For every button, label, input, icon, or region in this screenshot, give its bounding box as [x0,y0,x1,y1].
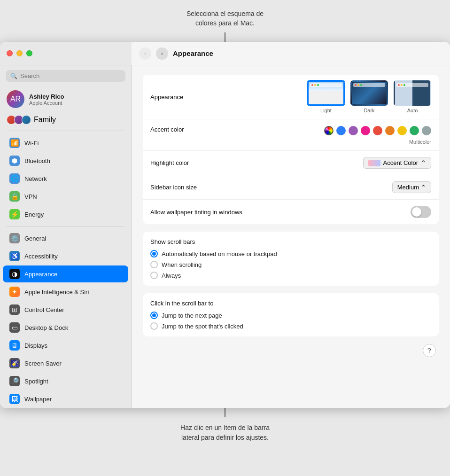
content-area: Appearance Light [132,65,450,408]
appearance-option-auto[interactable]: Auto [394,80,431,113]
sidebar-item-energy[interactable]: ⚡ Energy [3,206,128,223]
scroll-option-always-label: Always [162,272,181,279]
scroll-radio-scrolling[interactable] [150,261,158,268]
thumb-dot-yellow-dark [357,84,359,86]
control-center-icon: ⊞ [9,304,20,315]
accent-multicolor-col [324,126,334,135]
accent-gray-dot[interactable] [422,126,431,135]
accent-pink-dot[interactable] [361,126,370,135]
scroll-bars-section: Show scroll bars Automatically based on … [143,232,439,286]
highlight-color-label: Highlight color [150,159,225,166]
window-titlebar [0,42,132,65]
maximize-button[interactable] [26,50,32,56]
accent-sublabel: Multicolor [409,139,431,145]
scroll-bars-title: Show scroll bars [150,238,431,245]
click-option-spot-clicked[interactable]: Jump to the spot that's clicked [150,322,431,330]
scroll-radio-always[interactable] [150,272,158,279]
sidebar-item-vpn[interactable]: 🔒 VPN [3,188,128,205]
accessibility-icon: ♿ [9,251,20,261]
dark-label: Dark [364,108,374,113]
appearance-icon: ◑ [9,269,20,279]
highlight-color-value: Accent Color [383,159,418,166]
accent-orange-dot[interactable] [385,126,395,135]
light-mode-thumb [307,80,345,106]
back-button[interactable]: ‹ [139,47,151,60]
sidebar-item-label-displays: Displays [24,342,47,349]
accent-color-label: Accent color [150,126,225,133]
annotation-bottom: Haz clic en un ítem de la barra lateral … [180,423,270,443]
sidebar-item-label-dock: Desktop & Dock [24,324,68,331]
accent-green-dot[interactable] [410,126,419,135]
help-button[interactable]: ? [423,344,436,357]
sidebar-item-displays[interactable]: 🖥 Displays [3,337,128,354]
accent-colors [324,126,431,135]
close-button[interactable] [7,50,13,56]
accent-purple-dot[interactable] [349,126,358,135]
scroll-option-scrolling-label: When scrolling [162,261,202,268]
click-radio-next-page[interactable] [150,312,158,319]
appearance-row: Appearance Light [143,75,439,119]
sidebar-item-accessibility[interactable]: ♿ Accessibility [3,248,128,265]
displays-icon: 🖥 [9,340,20,351]
scroll-option-scrolling[interactable]: When scrolling [150,261,431,268]
light-label: Light [320,108,332,113]
sidebar-item-family[interactable]: Family [0,112,131,128]
search-box[interactable]: 🔍 [6,70,125,82]
sidebar-item-wallpaper[interactable]: 🖼 Wallpaper [3,390,128,407]
sidebar-item-dock[interactable]: ▭ Desktop & Dock [3,319,128,336]
click-option-next-page[interactable]: Jump to the next page [150,312,431,319]
sidebar-item-screensaver[interactable]: 🌠 Screen Saver [3,355,128,372]
sidebar-divider-1 [7,131,124,131]
sidebar-item-controlcenter[interactable]: ⊞ Control Center [3,301,128,318]
click-radio-spot-clicked[interactable] [150,322,158,330]
user-profile[interactable]: AR Ashley Rico Apple Account [0,86,131,112]
dark-mode-thumb [350,80,388,106]
family-label: Family [34,116,56,124]
annotation-top: Selecciona el esquema de colores para el… [186,9,264,28]
appearance-option-light[interactable]: Light [307,80,345,113]
auto-mode-thumb [394,80,431,106]
sidebar-item-appearance[interactable]: ◑ Appearance [3,265,128,282]
family-avatars [7,115,29,125]
appearance-options: Light Dark [225,80,431,113]
sidebar-item-label-vpn: VPN [24,193,37,200]
sidebar-item-network[interactable]: 🌐 Network [3,170,128,187]
network-icon: 🌐 [9,173,20,184]
general-icon: ⚙️ [9,233,20,243]
family-avatar-3 [22,115,31,125]
search-input[interactable] [20,72,121,79]
accent-multicolor-dot[interactable] [324,126,334,135]
sidebar-item-general[interactable]: ⚙️ General [3,230,128,247]
scroll-option-auto[interactable]: Automatically based on mouse or trackpad [150,250,431,258]
avatar: AR [7,90,24,108]
user-sub: Apple Account [29,100,64,106]
accent-red-dot[interactable] [373,126,382,135]
sidebar-item-siri[interactable]: ✦ Apple Intelligence & Siri [3,283,128,300]
minimize-button[interactable] [16,50,23,56]
sidebar-item-spotlight[interactable]: 🔎 Spotlight [3,373,128,390]
accent-color-control: Multicolor [225,126,431,145]
wallpaper-tinting-toggle[interactable] [411,206,431,218]
accent-yellow-dot[interactable] [397,126,407,135]
sidebar-item-label-general: General [24,235,46,242]
vpn-icon: 🔒 [9,191,20,202]
sidebar-item-bluetooth[interactable]: ⬢ Bluetooth [3,152,128,169]
sidebar-item-label-energy: Energy [24,211,44,218]
main-titlebar: ‹ › Appearance [132,42,450,65]
thumb-dot-green-dark [360,84,362,86]
highlight-color-button[interactable]: Accent Color ⌃ [363,157,431,169]
accent-blue-dot[interactable] [336,126,346,135]
sidebar-icon-size-dropdown[interactable]: Medium ⌃ [392,181,431,193]
scroll-option-always[interactable]: Always [150,272,431,279]
siri-icon: ✦ [9,287,20,297]
forward-button[interactable]: › [156,47,168,60]
scroll-radio-auto[interactable] [150,250,158,258]
sidebar-item-wifi[interactable]: 📶 Wi-Fi [3,134,128,151]
energy-icon: ⚡ [9,209,20,219]
click-option-spot-clicked-label: Jump to the spot that's clicked [162,323,243,330]
sidebar-item-label-screensaver: Screen Saver [24,360,62,367]
screensaver-icon: 🌠 [9,358,20,368]
thumb-dot-green-light [317,84,319,86]
appearance-option-dark[interactable]: Dark [350,80,388,113]
appearance-row-label: Appearance [150,94,225,101]
